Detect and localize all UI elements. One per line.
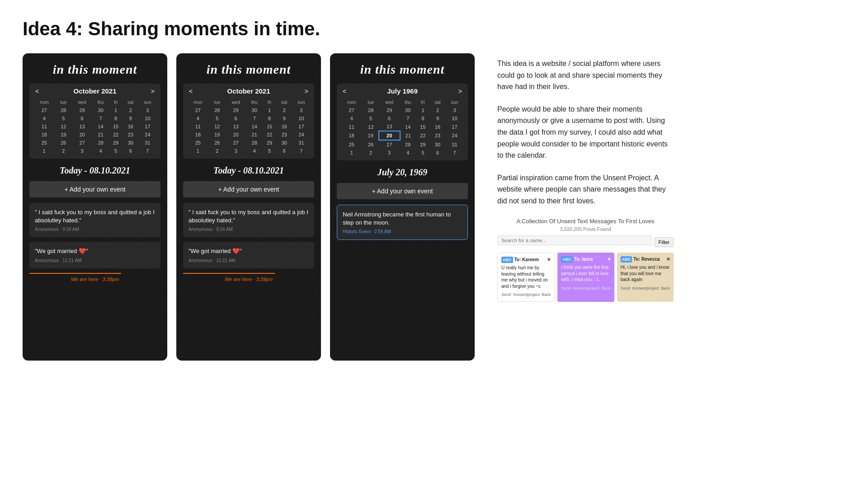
unsent-card-2: ABC To: Revecca ✕ Hi, i love you and i k… <box>617 253 674 302</box>
post-meta: Anonymous · 9:34 AM <box>189 227 309 232</box>
unsent-search-input[interactable] <box>497 235 652 245</box>
send-btn-1[interactable]: Send <box>561 286 571 291</box>
post-card-2-1: "We got married ❤️" Anonymous · 11:21 AM <box>183 242 314 268</box>
post-card-3-0: Neil Armstrong became the first human to… <box>337 205 468 240</box>
add-event-btn-2[interactable]: + Add your own event <box>183 181 314 197</box>
unsent-card-to: To: Kareem <box>514 257 539 263</box>
timeline-2: We are here · 3:39pm <box>183 273 314 282</box>
unsent-preview: A Collection Of Unsent Text Messages To … <box>497 218 674 302</box>
page-title: Idea 4: Sharing moments in time. <box>23 18 845 40</box>
cal-th: sun <box>138 99 157 106</box>
mockup-2: in this moment < October 2021 > mon tue … <box>176 53 321 361</box>
post-text: "We got married ❤️" <box>189 247 309 255</box>
unsent-card-to: To: laura <box>574 256 593 263</box>
abc-badge: ABC <box>621 256 632 263</box>
app-title-2: in this moment <box>183 62 314 77</box>
date-label-3: July 20, 1969 <box>337 167 468 178</box>
mockup-1: in this moment < October 2021 > mon tue … <box>23 53 167 361</box>
unsent-card-header-1: ABC To: laura ✕ <box>561 256 610 263</box>
hashtag-1: #unsentproject <box>573 286 599 291</box>
post-text: "We got married ❤️" <box>35 247 155 255</box>
unsent-card-0: ABC To: Kareem ✕ U really hurt me by lea… <box>497 253 555 302</box>
post-meta: Anonymous · 11:21 AM <box>189 258 309 263</box>
post-card-1-1: "We got married ❤️" Anonymous · 11:21 AM <box>29 242 160 268</box>
cal-th: wed <box>71 99 93 106</box>
cal-header-2: < October 2021 > <box>187 87 311 95</box>
unsent-card-text-1: i think you were the first person i ever… <box>561 264 610 283</box>
hashtag-2: #unsentproject <box>632 286 659 291</box>
timeline-label-2: We are here · 3:39pm <box>225 277 273 282</box>
app-title-3: in this moment <box>337 62 468 77</box>
cal-month-2: October 2021 <box>227 87 270 95</box>
timeline-label-1: We are here · 3:39pm <box>71 277 119 282</box>
cal-month-1: October 2021 <box>73 87 116 95</box>
close-icon[interactable]: ✕ <box>666 256 670 263</box>
abc-badge: ABC <box>501 257 513 263</box>
unsent-cards: ABC To: Kareem ✕ U really hurt me by lea… <box>497 253 674 302</box>
cal-day[interactable]: 27 <box>33 106 56 114</box>
post-meta: Anonymous · 11:21 AM <box>35 258 155 263</box>
calendar-2: < October 2021 > mon tue wed thu fri sat <box>183 84 314 159</box>
calendar-1: < October 2021 > mon tue wed thu fri sat <box>29 84 160 159</box>
unsent-count: 3,020,205 Posts Found <box>497 226 674 232</box>
post-meta-historic: Historic Event · 2:56 AM <box>343 229 462 234</box>
unsent-card-text-0: U really hurt me by leaving without tell… <box>501 265 551 289</box>
cal-header-1: < October 2021 > <box>33 87 157 95</box>
post-text: " I said fuck you to my boss and quitted… <box>35 208 155 225</box>
post-meta: Anonymous · 9:34 AM <box>35 227 155 232</box>
hashtag-0: #unsentproject <box>513 292 540 298</box>
mockups-container: in this moment < October 2021 > mon tue … <box>23 53 475 361</box>
cal-next-3[interactable]: > <box>456 88 464 95</box>
cal-th: sat <box>123 99 138 106</box>
cal-next-1[interactable]: > <box>149 88 157 95</box>
calendar-3: < July 1969 > mon tue wed thu fri sat su <box>337 84 468 160</box>
cal-th: tue <box>56 99 71 106</box>
desc-paragraph-3: Partial inspiration came from the Unsent… <box>497 172 674 207</box>
cal-grid-1: mon tue wed thu fri sat sun 27282930123 … <box>33 99 157 155</box>
date-label-1: Today - 08.10.2021 <box>29 165 160 176</box>
unsent-card-footer-0: Send #unsentproject Back <box>501 292 551 298</box>
app-title-1: in this moment <box>29 62 160 77</box>
cal-header-3: < July 1969 > <box>340 87 464 95</box>
cal-prev-1[interactable]: < <box>33 88 41 95</box>
unsent-filter-button[interactable]: Filter <box>655 237 674 247</box>
unsent-card-text-2: Hi, i love you and i know that you will … <box>621 264 670 283</box>
cal-next-2[interactable]: > <box>302 88 311 95</box>
send-btn-0[interactable]: Send <box>501 292 511 298</box>
back-btn-1[interactable]: Back <box>602 286 611 291</box>
main-content: in this moment < October 2021 > mon tue … <box>23 53 845 361</box>
add-event-btn-3[interactable]: + Add your own event <box>337 183 468 199</box>
cal-th: mon <box>33 99 56 106</box>
abc-badge: ABC <box>561 256 573 263</box>
desc-paragraph-1: This idea is a website / social platform… <box>497 58 674 93</box>
unsent-card-1: ABC To: laura ✕ i think you were the fir… <box>557 253 614 302</box>
post-card-2-0: " I said fuck you to my boss and quitted… <box>183 203 314 237</box>
cal-prev-2[interactable]: < <box>187 88 195 95</box>
back-btn-2[interactable]: Back <box>661 286 670 291</box>
mockup-3: in this moment < July 1969 > mon tue wed… <box>330 53 475 361</box>
cal-grid-3: mon tue wed thu fri sat sun 27282930123 … <box>340 99 464 157</box>
unsent-card-footer-1: Send #unsentproject Back <box>561 286 610 291</box>
right-panel: This idea is a website / social platform… <box>488 53 683 306</box>
cal-th: thu <box>93 99 108 106</box>
cal-th: fri <box>108 99 123 106</box>
post-text: Neil Armstrong became the first human to… <box>343 211 462 227</box>
post-text: " I said fuck you to my boss and quitted… <box>189 208 309 225</box>
date-label-2: Today - 08.10.2021 <box>183 165 314 176</box>
add-event-btn-1[interactable]: + Add your own event <box>29 181 160 197</box>
back-btn-0[interactable]: Back <box>542 292 551 298</box>
send-btn-2[interactable]: Send <box>621 286 630 291</box>
post-card-1-0: " I said fuck you to my boss and quitted… <box>29 203 160 237</box>
timeline-1: We are here · 3:39pm <box>29 273 160 282</box>
unsent-card-to: To: Revecca <box>633 256 660 263</box>
close-icon[interactable]: ✕ <box>607 256 611 263</box>
unsent-card-header-2: ABC To: Revecca ✕ <box>621 256 670 263</box>
cal-month-3: July 1969 <box>387 87 418 95</box>
unsent-title: A Collection Of Unsent Text Messages To … <box>497 218 674 225</box>
desc-paragraph-2: People would be able to share their mome… <box>497 103 674 161</box>
unsent-card-footer-2: Send #unsentproject Back <box>621 286 670 291</box>
close-icon[interactable]: ✕ <box>547 257 551 263</box>
cal-prev-3[interactable]: < <box>340 88 349 95</box>
cal-grid-2: mon tue wed thu fri sat sun 27282930123 … <box>187 99 311 155</box>
unsent-card-header-0: ABC To: Kareem ✕ <box>501 257 551 263</box>
